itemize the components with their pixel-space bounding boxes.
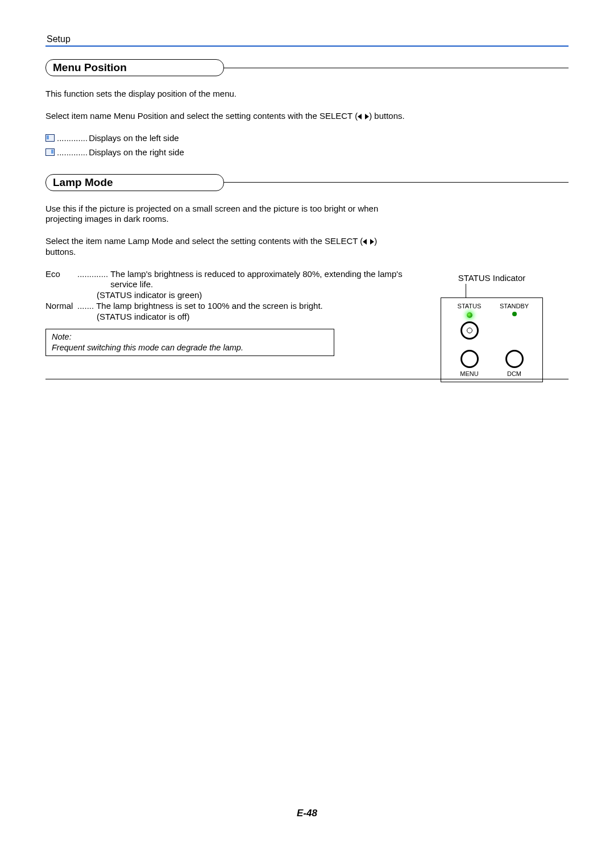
dcm-button-col: DCM: [492, 350, 537, 377]
option-right-row: ............. Displays on the right side: [45, 147, 569, 157]
note-box: Note: Frequent switching this mode can d…: [45, 329, 334, 356]
ring-dot-icon: [467, 328, 472, 333]
left-display-icon: [45, 134, 55, 142]
standby-label: STANDBY: [492, 303, 537, 309]
lamp-eco-label: Eco: [45, 269, 77, 280]
left-right-arrows-icon: [358, 113, 369, 120]
page-title-row: Setup: [45, 34, 569, 47]
standby-led-col: [492, 309, 537, 341]
lamp-eco-row: Eco ............. The lamp's brightness …: [45, 269, 409, 291]
menu-button-ring: [460, 350, 479, 368]
lamp-mode-list: Eco ............. The lamp's brightness …: [45, 269, 409, 323]
page-number: E-48: [45, 808, 569, 819]
left-right-arrows-icon: [363, 238, 374, 245]
status-button-ring: [460, 321, 479, 340]
dots: .............: [57, 147, 88, 157]
status-led-green-icon: [467, 312, 472, 318]
section-heading-menu-position: Menu Position: [45, 59, 569, 76]
status-indicator-diagram: STATUS Indicator STATUS STANDBY: [432, 273, 551, 382]
lamp-mode-intro: Use this if the picture is projected on …: [45, 204, 409, 225]
page-title: Setup: [45, 34, 70, 44]
dots: .......: [77, 301, 94, 312]
menu-position-options: ............. Displays on the left side …: [45, 133, 569, 157]
section-rule: [224, 68, 569, 68]
instruction-text-pre: Select item name Menu Position and selec…: [45, 111, 358, 121]
indicator-caption: STATUS Indicator: [432, 273, 551, 283]
lamp-mode-instruction: Select the item name Lamp Mode and selec…: [45, 236, 409, 258]
instruction-text-post: ) buttons.: [369, 111, 405, 121]
section-heading-lamp-mode: Lamp Mode: [45, 174, 569, 191]
section-rule: [224, 182, 569, 183]
svg-marker-0: [358, 114, 362, 119]
indicator-panel: STATUS STANDBY MENU: [441, 297, 543, 382]
indicator-led-row: [447, 309, 537, 341]
indicator-button-row: MENU DCM: [447, 350, 537, 377]
lamp-eco-desc: The lamp's brightness is reduced to appr…: [110, 269, 409, 291]
menu-button-col: MENU: [447, 350, 492, 377]
manual-page: Setup Menu Position This function sets t…: [45, 0, 569, 830]
indicator-pointer-line: [466, 284, 466, 297]
dots: .............: [77, 269, 108, 280]
menu-position-instruction: Select item name Menu Position and selec…: [45, 111, 409, 122]
menu-caption: MENU: [447, 370, 492, 377]
svg-marker-2: [363, 239, 367, 245]
dcm-caption: DCM: [492, 370, 537, 377]
lamp-eco-status: (STATUS indicator is green): [45, 290, 409, 301]
lamp-normal-desc: The lamp brightness is set to 100% and t…: [96, 301, 409, 312]
standby-led-icon: [512, 312, 517, 316]
note-label: Note:: [52, 332, 330, 342]
status-led-col: [447, 311, 492, 340]
option-right-label: Displays on the right side: [89, 147, 184, 157]
dcm-button-ring: [505, 350, 524, 368]
status-label: STATUS: [447, 303, 492, 309]
indicator-label-row: STATUS STANDBY: [447, 303, 537, 309]
lamp-normal-row: Normal ....... The lamp brightness is se…: [45, 301, 409, 312]
note-body: Frequent switching this mode can degrade…: [52, 342, 330, 353]
lamp-normal-label: Normal: [45, 301, 77, 312]
dots: .............: [57, 133, 88, 143]
lamp-normal-status: (STATUS indicator is off): [45, 312, 409, 323]
section-pill: Lamp Mode: [45, 174, 224, 191]
instruction-text-pre: Select the item name Lamp Mode and selec…: [45, 236, 363, 246]
menu-position-intro: This function sets the display position …: [45, 89, 409, 100]
option-left-label: Displays on the left side: [89, 133, 179, 143]
right-display-icon: [45, 148, 55, 156]
section-pill: Menu Position: [45, 59, 224, 76]
option-left-row: ............. Displays on the left side: [45, 133, 569, 143]
